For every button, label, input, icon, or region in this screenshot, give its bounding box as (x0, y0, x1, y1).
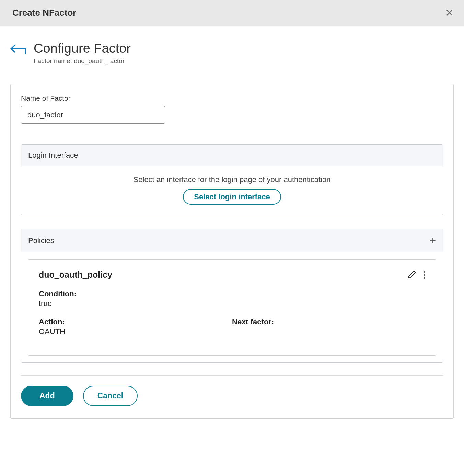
login-interface-panel: Login Interface Select an interface for … (21, 144, 443, 215)
policies-header: Policies + (21, 229, 443, 252)
page-header: Configure Factor Factor name: duo_oauth_… (10, 41, 454, 65)
login-interface-body: Select an interface for the login page o… (21, 166, 443, 215)
policy-condition-label: Condition: (39, 289, 425, 298)
more-dot-icon (424, 274, 425, 276)
policy-more-button[interactable] (424, 271, 425, 279)
name-of-factor-input[interactable] (21, 106, 165, 124)
policy-action-row: Action: OAUTH Next factor: (39, 318, 425, 336)
more-dot-icon (424, 277, 425, 279)
back-arrow-icon (10, 44, 27, 55)
pencil-icon (408, 270, 417, 279)
plus-icon: + (430, 235, 436, 246)
configure-factor-card: Name of Factor Login Interface Select an… (10, 84, 454, 419)
policy-name: duo_oauth_policy (39, 270, 112, 280)
login-interface-header: Login Interface (21, 145, 443, 166)
create-nfactor-dialog: Create NFactor ✕ Configure Factor Factor… (0, 0, 464, 476)
policies-panel: Policies + duo_oauth_policy (21, 229, 443, 363)
add-policy-button[interactable]: + (430, 236, 436, 246)
policy-card-header: duo_oauth_policy (39, 270, 425, 280)
close-button[interactable]: ✕ (445, 8, 454, 18)
policies-header-label: Policies (28, 236, 54, 245)
policy-condition-row: Condition: true (39, 289, 425, 308)
policy-next-factor-label: Next factor: (232, 318, 425, 326)
dialog-content: Configure Factor Factor name: duo_oauth_… (0, 26, 464, 429)
dialog-title: Create NFactor (12, 8, 76, 18)
login-interface-description: Select an interface for the login page o… (28, 175, 436, 184)
policy-card: duo_oauth_policy (28, 259, 436, 356)
footer-divider (21, 375, 443, 376)
policies-body: duo_oauth_policy (21, 252, 443, 362)
page-title: Configure Factor (34, 41, 131, 56)
page-subtitle: Factor name: duo_oauth_factor (34, 57, 131, 65)
footer-actions: Add Cancel (21, 386, 443, 406)
dialog-header: Create NFactor ✕ (0, 0, 464, 26)
policy-actions (408, 270, 425, 280)
policy-condition-value: true (39, 299, 425, 308)
name-of-factor-label: Name of Factor (21, 94, 443, 103)
back-button[interactable] (10, 44, 27, 55)
edit-policy-button[interactable] (408, 270, 417, 280)
cancel-button[interactable]: Cancel (83, 386, 138, 406)
add-button[interactable]: Add (21, 386, 73, 406)
close-icon: ✕ (445, 7, 454, 19)
policy-action-label: Action: (39, 318, 232, 326)
more-dot-icon (424, 271, 425, 273)
select-login-interface-button[interactable]: Select login interface (183, 189, 281, 205)
policy-action-value: OAUTH (39, 327, 232, 336)
